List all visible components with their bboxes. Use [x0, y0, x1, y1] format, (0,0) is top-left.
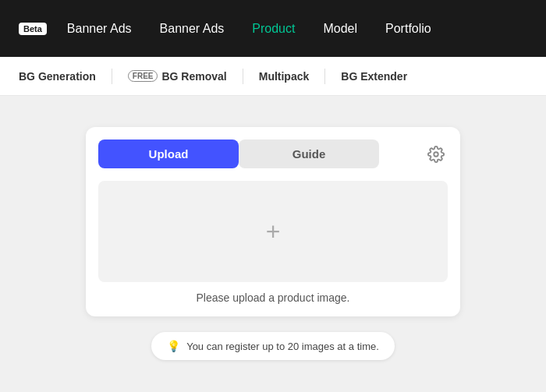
nav-item-model[interactable]: Model	[312, 16, 368, 42]
bulb-icon: 💡	[167, 340, 180, 352]
free-badge: FREE	[128, 70, 158, 82]
nav-item-banner-ads-1[interactable]: Banner Ads	[56, 16, 143, 42]
tab-header: Upload Guide	[98, 139, 448, 168]
info-banner: 💡 You can register up to 20 images at a …	[151, 332, 395, 360]
main-content: Upload Guide + Please upload a product i…	[0, 96, 546, 392]
sub-nav-item-multipack[interactable]: Multipack	[243, 57, 325, 95]
nav-item-portfolio[interactable]: Portfolio	[374, 16, 442, 42]
nav-item-banner-ads-2[interactable]: Banner Ads	[149, 16, 236, 42]
nav-item-product[interactable]: Product	[241, 16, 306, 42]
info-banner-text: You can register up to 20 images at a ti…	[186, 341, 379, 352]
tab-upload[interactable]: Upload	[98, 139, 239, 168]
svg-point-0	[434, 152, 438, 157]
sub-nav-item-bg-removal[interactable]: FREE BG Removal	[112, 57, 243, 95]
settings-button[interactable]	[424, 143, 448, 166]
sub-nav-item-bg-extender[interactable]: BG Extender	[325, 57, 423, 95]
tab-guide[interactable]: Guide	[239, 139, 379, 168]
beta-badge: Beta	[19, 23, 47, 35]
sub-nav: BG Generation FREE BG Removal Multipack …	[0, 57, 546, 96]
sub-nav-label-bg-removal: BG Removal	[161, 70, 226, 83]
upload-card: Upload Guide + Please upload a product i…	[86, 127, 460, 316]
upload-hint-text: Please upload a product image.	[98, 291, 448, 304]
plus-icon: +	[266, 219, 281, 244]
upload-area[interactable]: +	[98, 181, 448, 282]
gear-icon	[427, 146, 445, 163]
top-nav: Beta Banner Ads Banner Ads Product Model…	[0, 0, 546, 57]
sub-nav-item-bg-generation[interactable]: BG Generation	[19, 57, 112, 95]
